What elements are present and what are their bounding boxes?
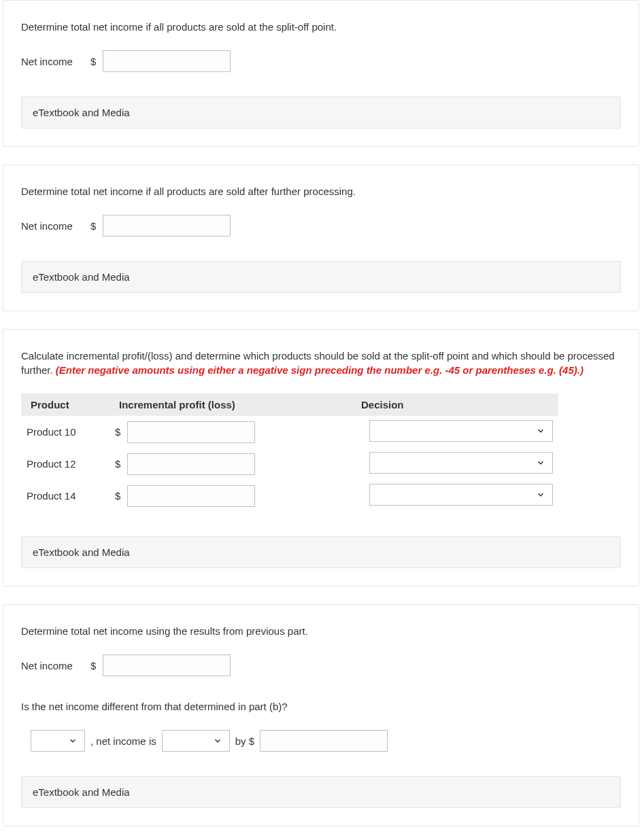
higher-lower-select[interactable] (162, 730, 230, 752)
section-splitoff: Determine total net income if all produc… (3, 0, 639, 147)
table-row: Product 10$ (21, 416, 558, 448)
product-name: Product 12 (21, 448, 109, 480)
chevron-down-icon (213, 736, 222, 746)
table-row: Product 12$ (21, 448, 558, 480)
header-decision: Decision (341, 393, 558, 416)
decision-select[interactable] (369, 420, 553, 442)
net-income-row: Net income $ (21, 50, 621, 72)
net-income-row: Net income $ (21, 654, 621, 676)
decision-select[interactable] (369, 484, 553, 506)
chevron-down-icon (536, 426, 545, 436)
net-income-label: Net income (21, 56, 73, 67)
incremental-input[interactable] (127, 421, 255, 443)
currency-symbol: $ (115, 426, 120, 438)
incremental-table: Product Incremental profit (loss) Decisi… (21, 393, 558, 512)
header-product: Product (21, 393, 109, 416)
section-incremental: Calculate incremental profit/(loss) and … (3, 329, 639, 587)
currency-symbol: $ (90, 56, 96, 67)
net-income-input[interactable] (103, 215, 231, 237)
product-name: Product 14 (21, 480, 109, 512)
sentence-row: , net income is by $ (31, 730, 621, 752)
net-income-row: Net income $ (21, 215, 621, 237)
instruction-red: (Enter negative amounts using either a n… (56, 364, 584, 376)
product-name: Product 10 (21, 416, 109, 448)
net-income-input[interactable] (103, 50, 231, 72)
sub-instruction: Is the net income different from that de… (21, 701, 621, 712)
etextbook-button[interactable]: eTextbook and Media (21, 97, 621, 128)
etextbook-button[interactable]: eTextbook and Media (21, 776, 621, 808)
decision-select[interactable] (369, 452, 553, 474)
instruction-text: Determine total net income if all produc… (21, 184, 621, 198)
currency-symbol: $ (90, 220, 96, 232)
header-incremental: Incremental profit (loss) (109, 393, 341, 416)
section-final: Determine total net income using the res… (3, 604, 639, 826)
difference-input[interactable] (260, 730, 388, 752)
currency-symbol: $ (115, 458, 120, 470)
chevron-down-icon (536, 490, 545, 500)
chevron-down-icon (68, 736, 78, 746)
etextbook-button[interactable]: eTextbook and Media (21, 536, 621, 568)
instruction-text: Determine total net income if all produc… (21, 20, 621, 34)
etextbook-button[interactable]: eTextbook and Media (21, 261, 621, 293)
section-further-processing: Determine total net income if all produc… (3, 164, 639, 311)
sentence-by: by $ (235, 735, 254, 747)
yes-no-select[interactable] (31, 730, 85, 752)
instruction-text: Calculate incremental profit/(loss) and … (21, 349, 621, 377)
currency-symbol: $ (115, 490, 120, 502)
net-income-label: Net income (21, 220, 73, 232)
sentence-mid: , net income is (90, 735, 156, 747)
currency-symbol: $ (90, 660, 96, 671)
net-income-input[interactable] (103, 654, 231, 676)
incremental-input[interactable] (127, 453, 255, 475)
chevron-down-icon (536, 458, 545, 468)
incremental-input[interactable] (127, 485, 255, 507)
net-income-label: Net income (21, 660, 73, 671)
instruction-text: Determine total net income using the res… (21, 624, 621, 638)
table-row: Product 14$ (21, 480, 558, 512)
